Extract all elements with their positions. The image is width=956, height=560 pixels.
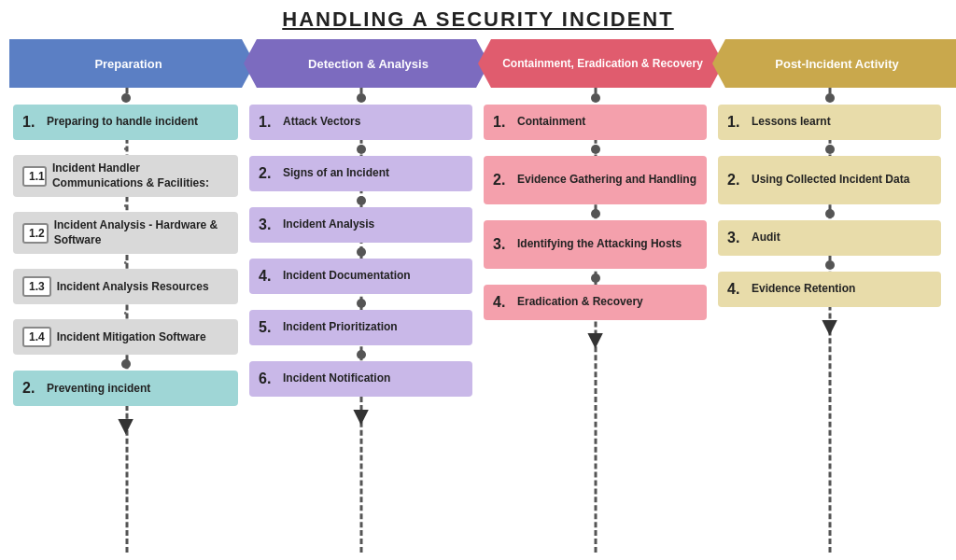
item-number: 3.: [259, 217, 275, 233]
col-body-containment: 1. Containment 2. Evidence Gathering and…: [478, 88, 712, 553]
list-item: 3. Audit: [718, 220, 941, 256]
dot-4: [357, 145, 366, 154]
item-label: Incident Analysis - Hardware & Software: [54, 218, 229, 247]
connector: •: [13, 145, 238, 154]
item-label: Incident Documentation: [283, 269, 411, 284]
list-item: 3. Identifying the Attacking Hosts: [484, 220, 707, 269]
item-number: 5.: [259, 319, 275, 336]
col-body-postincident: 1. Lessons learnt 2. Using Collected Inc…: [712, 88, 947, 553]
item-label: Incident Prioritization: [283, 320, 398, 335]
item-number: 1.: [493, 114, 510, 131]
arrow-down-1: ▼: [13, 413, 238, 439]
item-label: Containment: [517, 115, 585, 130]
arrow-down-2: ▼: [249, 403, 472, 429]
dot-5: [357, 196, 366, 205]
col-body-preparation: 1. Preparing to handle incident • 1.1 In…: [9, 88, 244, 553]
column-preparation: Preparation 1. Preparing to handle incid…: [9, 39, 244, 553]
list-item: 2. Evidence Gathering and Handling: [484, 156, 707, 204]
dot-11: [591, 209, 600, 218]
dot-13: [825, 93, 835, 103]
list-item: 1.2 Incident Analysis - Hardware & Softw…: [13, 212, 238, 254]
list-item: 4. Incident Documentation: [249, 259, 472, 294]
list-item: 6. Incident Notification: [249, 361, 472, 397]
dot-2: [121, 359, 131, 369]
dot-1: [121, 93, 131, 103]
item-number: 4.: [727, 281, 744, 298]
header-containment: Containment, Eradication & Recovery: [478, 39, 724, 88]
list-item: 4. Evidence Retention: [718, 272, 941, 307]
header-detection: Detection & Analysis: [244, 39, 489, 88]
list-item: 5. Incident Prioritization: [249, 310, 472, 345]
item-number: 2.: [22, 380, 39, 397]
page-title: HANDLING A SECURITY INCIDENT: [9, 7, 947, 32]
item-number: 1.: [22, 114, 39, 131]
item-label: Incident Analysis: [283, 217, 374, 232]
column-containment: Containment, Eradication & Recovery 1. C…: [478, 39, 712, 553]
list-item: 1.4 Incident Mitigation Software: [13, 319, 238, 355]
dot-14: [825, 145, 835, 154]
arrow-down-3: ▼: [484, 327, 707, 353]
dot-15: [825, 209, 835, 218]
item-number: 2.: [727, 172, 744, 189]
list-item: 2. Using Collected Incident Data: [718, 156, 941, 204]
dot-16: [825, 260, 835, 270]
item-label: Incident Notification: [283, 371, 390, 386]
item-number: 1.4: [22, 327, 51, 347]
item-label: Incident Handler Communications & Facili…: [52, 161, 229, 190]
item-label: Incident Analysis Resources: [57, 280, 209, 295]
item-number: 2.: [259, 165, 275, 182]
columns-container: Preparation 1. Preparing to handle incid…: [9, 39, 947, 553]
dot-12: [591, 273, 600, 283]
item-number: 1.2: [22, 223, 49, 244]
connector: •: [13, 202, 238, 211]
item-label: Audit: [752, 231, 780, 245]
arrow-down-4: ▼: [718, 314, 941, 340]
item-label: Evidence Retention: [752, 282, 855, 297]
item-number: 2.: [493, 172, 510, 189]
list-item: 1. Preparing to handle incident: [13, 105, 238, 140]
item-number: 4.: [493, 294, 510, 311]
item-number: 3.: [493, 236, 510, 253]
header-postincident: Post-Incident Activity: [712, 39, 956, 88]
item-label: Eradication & Recovery: [517, 295, 643, 310]
item-number: 1.3: [22, 276, 51, 297]
connector: •: [13, 309, 238, 318]
list-item: 2. Signs of an Incident: [249, 156, 472, 191]
dot-7: [357, 299, 366, 308]
list-item: 4. Eradication & Recovery: [484, 285, 707, 320]
item-label: Signs of an Incident: [283, 166, 389, 181]
dot-10: [591, 145, 600, 154]
list-item: 3. Incident Analysis: [249, 207, 472, 243]
item-label: Incident Mitigation Software: [57, 330, 206, 345]
item-number: 1.: [259, 114, 275, 131]
item-label: Evidence Gathering and Handling: [517, 173, 696, 188]
item-label: Lessons learnt: [752, 115, 831, 130]
header-preparation: Preparation: [9, 39, 255, 88]
dot-9: [591, 93, 600, 103]
item-number: 1.1: [22, 166, 47, 187]
item-label: Using Collected Incident Data: [752, 173, 909, 188]
list-item: 1.3 Incident Analysis Resources: [13, 269, 238, 304]
dot-3: [357, 93, 366, 103]
item-number: 3.: [727, 230, 744, 246]
item-label: Identifying the Attacking Hosts: [517, 237, 682, 252]
list-item: 1.1 Incident Handler Communications & Fa…: [13, 155, 238, 197]
col-body-detection: 1. Attack Vectors 2. Signs of an Inciden…: [244, 88, 478, 553]
item-label: Attack Vectors: [283, 115, 360, 130]
item-number: 4.: [259, 268, 275, 285]
item-label: Preparing to handle incident: [47, 115, 198, 130]
item-number: 1.: [727, 114, 744, 131]
page: HANDLING A SECURITY INCIDENT Preparation…: [0, 0, 956, 560]
connector: •: [13, 259, 238, 268]
column-postincident: Post-Incident Activity 1. Lessons learnt…: [712, 39, 947, 553]
list-item: 1. Containment: [484, 105, 707, 140]
dot-8: [357, 350, 366, 359]
list-item: 1. Attack Vectors: [249, 105, 472, 140]
item-label: Preventing incident: [47, 382, 150, 397]
item-number: 6.: [259, 371, 275, 387]
column-detection: Detection & Analysis 1. Attack Vectors 2…: [244, 39, 478, 553]
list-item: 2. Preventing incident: [13, 371, 238, 406]
list-item: 1. Lessons learnt: [718, 105, 941, 140]
dot-6: [357, 247, 366, 257]
